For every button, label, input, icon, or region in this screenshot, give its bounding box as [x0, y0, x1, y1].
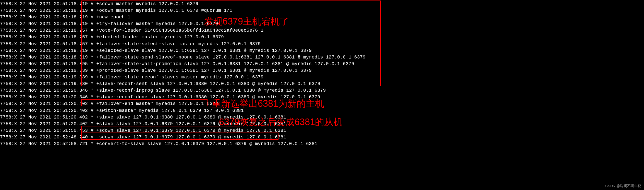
highlight-box-sdown-slave: [81, 126, 240, 133]
log-line: 7758:X 27 Nov 2021 20:52:58.721 * +conve…: [0, 140, 644, 147]
log-line: 7758:X 27 Nov 2021 20:51:20.346 * +slave…: [0, 87, 644, 94]
watermark: CSDN @聪明不喝牛奶: [605, 183, 641, 188]
annotation-host-down: 发现6379主机宕机了: [204, 15, 289, 28]
annotation-new-master: 重新选举出6381为新的主机: [212, 97, 324, 110]
highlight-box-convert-to-slave: [81, 133, 278, 140]
annotation-become-slave: 6379恢复之后变成6381的从机: [219, 115, 343, 129]
highlight-box-sdown: [81, 1, 381, 86]
highlight-box-switch-master: [81, 99, 208, 106]
